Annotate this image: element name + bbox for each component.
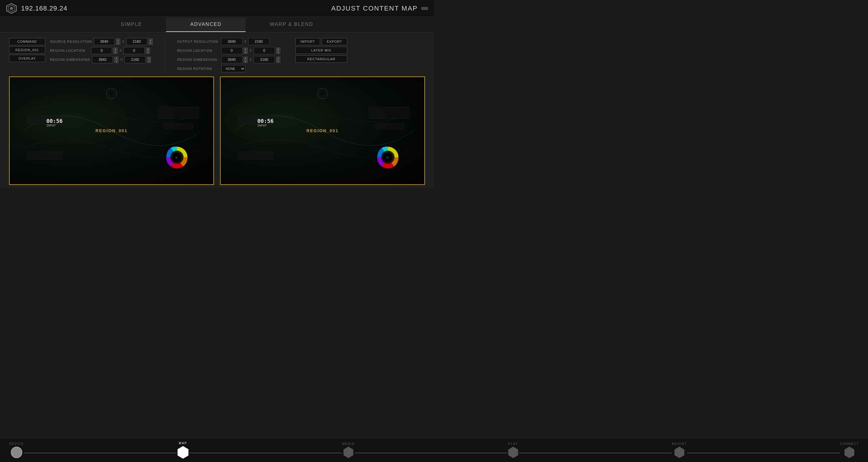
command-button[interactable]: COMMAND (9, 38, 45, 45)
region-loc-y-input[interactable] (124, 47, 145, 54)
out-region-loc-x-spinner: ▲ ▼ (244, 47, 248, 54)
region-rotation-select[interactable]: NONE 90° 180° 270° (221, 65, 245, 72)
region-dim-x-group: ▲ ▼ (92, 56, 119, 63)
region-loc-x-input[interactable] (91, 47, 112, 54)
x-separator: X (120, 58, 123, 62)
output-resolution-label: OUTPUT RESOLUTION (177, 40, 219, 43)
region-loc-y-spinner: ▲ ▼ (146, 47, 150, 54)
timer-sub-right: INPUT (257, 124, 274, 127)
output-region-dimensions-row: REGION DIMENSIONS ▲ ▼ X ▲ ▼ (177, 56, 280, 63)
source-res-y-group: ▲ ▼ (126, 38, 153, 45)
svg-point-19 (319, 91, 325, 97)
spinner-up[interactable]: ▲ (146, 47, 150, 51)
preview-content-left: 00:56 INPUT (10, 77, 213, 184)
source-resolution-row: SOURCE RESOLUTION ▲ ▼ X ▲ ▼ (50, 38, 153, 45)
spinner-down[interactable]: ▼ (276, 51, 280, 54)
spinner-down[interactable]: ▼ (113, 51, 118, 54)
svg-marker-2 (10, 7, 13, 10)
out-region-dim-x-input[interactable] (221, 56, 242, 63)
region-button[interactable]: REGION_001 (9, 46, 45, 54)
region-loc-x-group: ▲ ▼ (91, 47, 118, 54)
action-buttons: IMPORT EXPORT LAYER MIX RECTANGULAR (296, 38, 347, 72)
timer-display-right: 00:56 INPUT (257, 118, 274, 127)
ip-address: 192.168.29.24 (21, 4, 67, 12)
spinner-down[interactable]: ▼ (147, 60, 151, 63)
left-panel: COMMAND REGION_001 OVERLAY SOURCE RESOLU… (9, 38, 153, 72)
header-action-button[interactable] (421, 7, 428, 10)
x-separator: X (250, 58, 252, 62)
source-res-y-input[interactable] (126, 38, 147, 45)
page-title: ADJUST CONTENT MAP (331, 4, 418, 12)
header-left: 192.168.29.24 (6, 3, 67, 14)
spinner-up[interactable]: ▲ (149, 38, 153, 41)
region-dim-y-input[interactable] (124, 56, 146, 63)
region-location-label: REGION LOCATION (50, 49, 89, 53)
output-res-y-input[interactable] (248, 38, 270, 45)
color-wheel-svg-right: 0° (376, 145, 400, 169)
region-dim-y-group: ▲ ▼ (124, 56, 151, 63)
x-separator: X (250, 48, 252, 53)
spinner-up[interactable]: ▲ (276, 57, 280, 60)
x-separator: X (244, 39, 247, 44)
svg-text:0°: 0° (387, 157, 389, 159)
out-region-loc-y-group: ▲ ▼ (254, 47, 280, 54)
out-region-dim-y-spinner: ▲ ▼ (276, 57, 280, 63)
spinner-up[interactable]: ▲ (244, 57, 248, 60)
import-export-row: IMPORT EXPORT (296, 38, 347, 45)
region-dim-y-spinner: ▲ ▼ (147, 57, 151, 63)
spinner-up[interactable]: ▲ (147, 57, 151, 60)
svg-point-9 (108, 91, 114, 97)
right-panel: OUTPUT RESOLUTION X REGION LOCATION ▲ ▼ (177, 38, 425, 72)
region-dim-x-spinner: ▲ ▼ (114, 57, 119, 63)
spinner-up[interactable]: ▲ (114, 57, 119, 60)
timer-value-left: 00:56 (46, 118, 63, 124)
out-region-loc-x-input[interactable] (221, 47, 242, 54)
tab-warp-blend[interactable]: WARP & BLEND (246, 18, 337, 32)
output-fields: OUTPUT RESOLUTION X REGION LOCATION ▲ ▼ (177, 38, 280, 72)
source-res-x-input[interactable] (94, 38, 115, 45)
region-dim-x-input[interactable] (92, 56, 113, 63)
svg-rect-5 (27, 152, 62, 160)
region-loc-x-spinner: ▲ ▼ (113, 47, 118, 54)
command-buttons: COMMAND REGION_001 OVERLAY (9, 38, 45, 72)
out-region-dim-y-input[interactable] (254, 56, 275, 63)
out-region-dim-y-group: ▲ ▼ (254, 56, 280, 63)
region-label-left: REGION_001 (96, 128, 127, 133)
preview-panels: 00:56 INPUT (9, 76, 425, 185)
output-region-location-row: REGION LOCATION ▲ ▼ X ▲ ▼ (177, 47, 280, 54)
timer-display-left: 00:56 INPUT (46, 118, 63, 127)
tab-simple[interactable]: SIMPLE (97, 18, 166, 32)
output-res-x-input[interactable] (221, 38, 242, 45)
color-wheel-right: 0° (376, 145, 400, 169)
divider (165, 38, 165, 72)
logo-icon (6, 3, 17, 14)
spinner-down[interactable]: ▼ (244, 51, 248, 54)
source-res-y-spinner: ▲ ▼ (149, 38, 153, 45)
spinner-down[interactable]: ▼ (114, 60, 119, 63)
spinner-up[interactable]: ▲ (276, 47, 280, 51)
overlay-button[interactable]: OVERLAY (9, 55, 45, 62)
spinner-up[interactable]: ▲ (113, 47, 118, 51)
source-res-x-spinner: ▲ ▼ (116, 38, 120, 45)
out-region-loc-y-input[interactable] (254, 47, 275, 54)
spinner-up[interactable]: ▲ (244, 47, 248, 51)
header-right: ADJUST CONTENT MAP (331, 4, 428, 12)
spinner-down[interactable]: ▼ (244, 60, 248, 63)
rectangular-button[interactable]: RECTANGULAR (296, 56, 347, 63)
layer-mix-button[interactable]: LAYER MIX (296, 47, 347, 54)
output-region-location-label: REGION LOCATION (177, 49, 219, 53)
svg-rect-17 (375, 123, 404, 129)
tab-advanced[interactable]: ADVANCED (166, 18, 246, 32)
region-loc-y-group: ▲ ▼ (124, 47, 150, 54)
spinner-down[interactable]: ▼ (276, 60, 280, 63)
spinner-up[interactable]: ▲ (116, 38, 120, 41)
spinner-down[interactable]: ▼ (146, 51, 150, 54)
source-fields: SOURCE RESOLUTION ▲ ▼ X ▲ ▼ (50, 38, 153, 72)
export-button[interactable]: EXPORT (321, 38, 347, 45)
import-button[interactable]: IMPORT (296, 38, 320, 45)
spinner-down[interactable]: ▼ (149, 42, 153, 45)
out-region-loc-y-spinner: ▲ ▼ (276, 47, 280, 54)
spinner-down[interactable]: ▼ (116, 42, 120, 45)
color-wheel-svg-left: 0° (165, 145, 189, 169)
svg-rect-7 (164, 123, 193, 129)
